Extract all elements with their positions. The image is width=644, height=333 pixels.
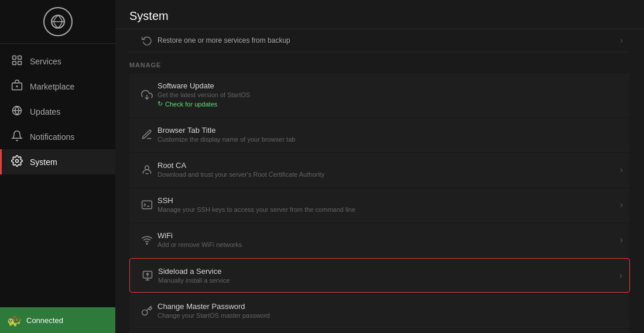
change-master-password-item[interactable]: Change Master Password Change your Start… <box>129 294 630 328</box>
wifi-title: WiFi <box>157 231 615 240</box>
experimental-features-item[interactable]: Experimental Features Try out new and po… <box>129 329 630 333</box>
ssh-chevron-icon: › <box>615 200 623 210</box>
sidebar-item-services[interactable]: Services <box>0 49 115 74</box>
ssh-item[interactable]: SSH Manage your SSH keys to access your … <box>129 188 630 222</box>
refresh-icon: ↻ <box>157 100 163 108</box>
ssh-desc: Manage your SSH keys to access your serv… <box>157 206 615 213</box>
restore-icon <box>136 35 157 46</box>
download-icon <box>136 89 157 101</box>
connection-status-label: Connected <box>26 316 63 325</box>
change-master-password-desc: Change your StartOS master password <box>157 312 623 319</box>
wifi-item[interactable]: WiFi Add or remove WiFi networks › <box>129 223 630 257</box>
browser-tab-title-label: Browser Tab Title <box>157 126 623 135</box>
sidebar-nav: Services Marketplace <box>0 44 115 307</box>
wifi-icon <box>136 234 157 246</box>
ssh-icon <box>136 199 157 211</box>
svg-rect-5 <box>18 61 22 65</box>
globe-icon <box>11 105 23 118</box>
pencil-icon <box>136 129 157 140</box>
root-ca-chevron-icon: › <box>615 164 623 175</box>
browser-tab-title-item[interactable]: Browser Tab Title Customize the display … <box>129 118 630 152</box>
svg-point-13 <box>145 166 149 170</box>
software-update-content: Software Update Get the latest version o… <box>157 81 623 108</box>
sidebar-item-system[interactable]: System <box>0 149 115 174</box>
sidebar-item-marketplace[interactable]: Marketplace <box>0 74 115 99</box>
root-ca-content: Root CA Download and trust your server's… <box>157 161 615 178</box>
sidebar-item-notifications[interactable]: Notifications <box>0 124 115 149</box>
svg-rect-4 <box>13 61 16 65</box>
svg-point-11 <box>16 160 19 163</box>
certificate-icon <box>136 164 157 176</box>
restore-backup-label: Restore one or more services from backup <box>157 36 620 44</box>
svg-rect-2 <box>13 56 16 60</box>
sidebar-item-updates[interactable]: Updates <box>0 99 115 124</box>
main-content: Restore one or more services from backup… <box>115 29 644 333</box>
grid-icon <box>11 54 23 68</box>
manage-section-label: MANAGE <box>129 52 630 73</box>
root-ca-item[interactable]: Root CA Download and trust your server's… <box>129 153 630 187</box>
sideload-icon <box>137 270 158 281</box>
wifi-content: WiFi Add or remove WiFi networks <box>157 231 615 248</box>
bell-icon <box>11 130 23 143</box>
wifi-desc: Add or remove WiFi networks <box>157 241 615 248</box>
store-icon <box>11 80 23 93</box>
restore-backup-item[interactable]: Restore one or more services from backup… <box>129 29 630 52</box>
wifi-chevron-icon: › <box>615 235 623 245</box>
key-icon <box>136 305 157 317</box>
check-for-updates-link[interactable]: ↻ Check for updates <box>157 100 623 108</box>
page-title: System <box>129 9 630 23</box>
ssh-content: SSH Manage your SSH keys to access your … <box>157 196 615 213</box>
turtle-icon: 🐢 <box>7 313 22 327</box>
browser-tab-title-content: Browser Tab Title Customize the display … <box>157 126 623 143</box>
sidebar-item-label: Updates <box>30 107 60 116</box>
sideload-title: Sideload a Service <box>158 267 615 276</box>
change-master-password-content: Change Master Password Change your Start… <box>157 302 623 319</box>
software-update-item[interactable]: Software Update Get the latest version o… <box>129 73 630 116</box>
svg-rect-3 <box>18 56 22 60</box>
sideload-content: Sideload a Service Manually install a se… <box>158 267 615 284</box>
software-update-desc: Get the latest version of StartOS <box>157 91 623 98</box>
root-ca-title: Root CA <box>157 161 615 170</box>
sidebar-item-label: Marketplace <box>30 82 74 91</box>
main-panel: System Restore one or more services from… <box>115 0 644 333</box>
ssh-title: SSH <box>157 196 615 205</box>
sidebar-item-label: System <box>30 157 57 167</box>
app-logo <box>43 7 73 36</box>
check-updates-label: Check for updates <box>165 101 217 108</box>
sidebar-item-label: Services <box>30 57 61 66</box>
sidebar-item-label: Notifications <box>30 132 74 142</box>
sidebar: Services Marketplace <box>0 0 115 333</box>
software-update-title: Software Update <box>157 81 623 90</box>
restore-chevron-icon: › <box>620 36 623 45</box>
browser-tab-title-desc: Customize the display name of your brows… <box>157 136 623 143</box>
svg-rect-15 <box>142 201 152 208</box>
main-header: System <box>115 0 644 29</box>
svg-point-17 <box>146 243 148 244</box>
sideload-desc: Manually install a service <box>158 277 615 284</box>
gear-icon <box>11 155 23 169</box>
sideload-service-item[interactable]: Sideload a Service Manually install a se… <box>129 258 630 293</box>
root-ca-desc: Download and trust your server's Root Ce… <box>157 171 615 178</box>
connection-status-bar: 🐢 Connected <box>0 307 115 333</box>
sidebar-logo <box>0 0 115 44</box>
change-master-password-title: Change Master Password <box>157 302 623 311</box>
sideload-chevron-icon: › <box>615 270 622 281</box>
